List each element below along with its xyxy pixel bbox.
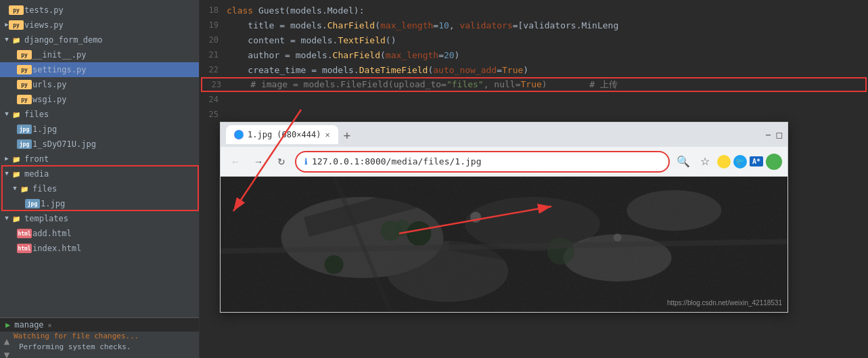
svg-point-11	[407, 221, 431, 246]
folder-media-files[interactable]: ▼ 📁 files	[0, 181, 199, 196]
line-content: title = models.CharField(max_length=10, …	[227, 20, 618, 30]
folder-label: media	[24, 169, 49, 179]
profile-avatar[interactable]	[766, 154, 782, 170]
arrow-down: ▼	[3, 110, 11, 118]
code-line-23: 23 # image = models.FileField(upload_to=…	[201, 77, 867, 92]
folder-django-form-demo[interactable]: ▼ 📁 django_form_demo	[0, 32, 199, 47]
back-button[interactable]: ←	[226, 152, 245, 171]
line-content: create_time = models.DateTimeField(auto_…	[227, 65, 528, 75]
file-item-media-1-jpg[interactable]: jpg 1.jpg	[0, 196, 199, 211]
file-item-settings-py[interactable]: py settings.py	[0, 62, 199, 77]
line-content: content = models.TextField()	[227, 35, 396, 45]
file-item-views-py[interactable]: ▶ py views.py	[0, 18, 199, 32]
arrow-down: ▼	[11, 185, 19, 193]
code-lines: 18 class Guest(models.Model): 19 title =…	[200, 0, 868, 125]
line-number: 23	[202, 80, 229, 89]
zoom-button[interactable]: 🔍	[674, 152, 693, 171]
file-item-tests-py[interactable]: py tests.py	[0, 3, 199, 18]
line-number: 20	[200, 35, 227, 45]
folder-templates[interactable]: ▼ 📁 templates	[0, 211, 199, 226]
jpg-icon: jpg	[19, 139, 30, 150]
forward-button[interactable]: →	[249, 152, 268, 171]
file-label: views.py	[24, 20, 64, 30]
svg-point-12	[547, 238, 574, 265]
sidebar: py tests.py ▶ py views.py ▼ 📁 django_for…	[0, 0, 200, 358]
file-label: tests.py	[24, 5, 64, 15]
code-line-18: 18 class Guest(models.Model):	[200, 3, 868, 18]
file-item-init-py[interactable]: py __init__.py	[0, 47, 199, 62]
py-icon: py	[19, 79, 30, 90]
folder-icon: 📁	[19, 183, 30, 194]
line-number: 22	[200, 65, 227, 74]
browser-tab[interactable]: 🌐 1.jpg (680×444) ✕	[226, 125, 338, 144]
folder-label: files	[32, 184, 57, 194]
run-output: Watching for file changes... Performing …	[14, 332, 199, 358]
file-label: __init__.py	[32, 50, 86, 60]
browser-tab-close-button[interactable]: ✕	[325, 130, 329, 139]
svg-point-13	[325, 255, 344, 274]
url-text: 127.0.0.1:8000/media/files/1.jpg	[312, 156, 481, 166]
code-editor: 18 class Guest(models.Model): 19 title =…	[200, 0, 868, 358]
html-icon: html	[19, 243, 30, 254]
run-content-row: ▲ ▼ Watching for file changes... Perform…	[0, 332, 199, 358]
run-tab-close[interactable]: ✕	[48, 321, 52, 329]
reload-button[interactable]: ↻	[272, 152, 291, 171]
file-tree: py tests.py ▶ py views.py ▼ 📁 django_for…	[0, 0, 199, 317]
lock-icon: ℹ	[304, 157, 308, 166]
new-tab-button[interactable]: +	[341, 128, 354, 142]
folder-files[interactable]: ▼ 📁 files	[0, 107, 199, 122]
browser-content: https://blog.csdn.net/weixin_42118531	[221, 177, 787, 312]
file-item-1-sdyo-jpg[interactable]: jpg 1_sDyO71U.jpg	[0, 137, 199, 152]
folder-icon: 📁	[11, 109, 22, 120]
folder-icon: 📁	[11, 213, 22, 224]
file-item-wsgi-py[interactable]: py wsgi.py	[0, 92, 199, 107]
line-content: author = models.CharField(max_length=20)	[227, 50, 459, 60]
file-item-1-jpg[interactable]: jpg 1.jpg	[0, 122, 199, 137]
file-item-add-html[interactable]: html add.html	[0, 226, 199, 241]
code-line-20: 20 content = models.TextField()	[200, 32, 868, 47]
run-tab-label: manage	[14, 320, 43, 330]
extension-2-icon[interactable]: 🐦	[733, 155, 747, 169]
address-bar[interactable]: ℹ 127.0.0.1:8000/media/files/1.jpg	[295, 151, 670, 173]
browser-globe-icon: 🌐	[234, 130, 244, 139]
run-line-1: Watching for file changes...	[14, 332, 199, 340]
svg-point-6	[626, 190, 721, 231]
py-icon: py	[19, 49, 30, 60]
py-icon: py	[19, 94, 30, 105]
svg-point-14	[470, 212, 481, 223]
arrow-down: ▼	[3, 215, 11, 223]
code-line-25: 25	[200, 107, 868, 122]
code-line-24: 24	[200, 92, 868, 107]
extension-1-icon[interactable]	[717, 155, 731, 169]
arrow-down: ▼	[3, 36, 11, 44]
browser-window: 🌐 1.jpg (680×444) ✕ + − □ ← → ↻ ℹ 127.0.…	[220, 122, 788, 313]
html-icon: html	[19, 228, 30, 239]
file-item-index-html[interactable]: html index.html	[0, 241, 199, 256]
extension-3-badge[interactable]: A*	[750, 156, 763, 166]
line-content: # image = models.FileField(upload_to="fi…	[229, 79, 618, 91]
run-line-2: Performing system checks.	[14, 340, 199, 355]
scroll-down-button[interactable]: ▼	[4, 349, 9, 358]
folder-front[interactable]: ▶ 📁 front	[0, 152, 199, 166]
folder-icon: 📁	[11, 169, 22, 179]
line-content: class Guest(models.Model):	[227, 5, 365, 16]
svg-point-15	[614, 233, 622, 242]
browser-tab-title: 1.jpg (680×444)	[248, 130, 321, 139]
file-item-urls-py[interactable]: py urls.py	[0, 77, 199, 92]
line-number: 21	[200, 50, 227, 60]
browser-toolbar: ← → ↻ ℹ 127.0.0.1:8000/media/files/1.jpg…	[221, 147, 787, 177]
py-icon: py	[11, 5, 22, 16]
scroll-up-button[interactable]: ▲	[4, 336, 9, 346]
file-label: 1.jpg	[41, 199, 65, 208]
file-label: wsgi.py	[32, 95, 67, 104]
bookmark-button[interactable]: ☆	[695, 152, 714, 171]
folder-icon: 📁	[11, 154, 22, 164]
run-icon: ▶	[5, 320, 10, 330]
code-line-19: 19 title = models.CharField(max_length=1…	[200, 18, 868, 32]
minimize-button[interactable]: −	[765, 129, 771, 140]
maximize-button[interactable]: □	[777, 129, 782, 140]
py-icon: py	[11, 20, 22, 30]
jpg-icon: jpg	[27, 198, 38, 209]
folder-media[interactable]: ▼ 📁 media	[0, 166, 199, 181]
browser-titlebar: 🌐 1.jpg (680×444) ✕ + − □	[221, 122, 787, 147]
